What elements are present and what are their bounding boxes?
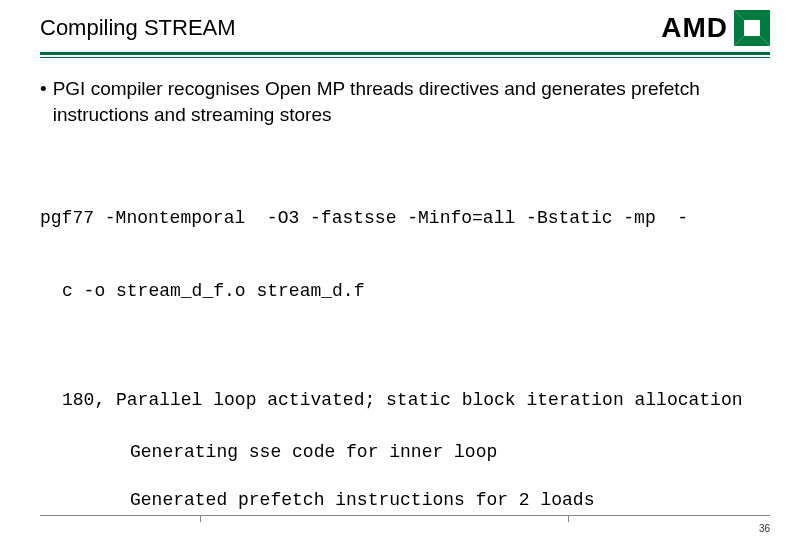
- code-line-1: pgf77 -Mnontemporal -O3 -fastsse -Minfo=…: [40, 206, 770, 230]
- amd-logo: AMD: [661, 10, 770, 46]
- compiler-output: 180, Parallel loop activated; static blo…: [40, 388, 770, 513]
- slide-header: Compiling STREAM AMD: [0, 0, 810, 52]
- amd-arrow-icon: [734, 10, 770, 46]
- code-line-2: c -o stream_d_f.o stream_d.f: [62, 279, 770, 303]
- footer-rule: [40, 515, 770, 516]
- slide: Compiling STREAM AMD • PGI compiler reco…: [0, 0, 810, 540]
- bullet-item: • PGI compiler recognises Open MP thread…: [40, 76, 770, 127]
- svg-rect-5: [744, 20, 760, 36]
- output-line-1: 180, Parallel loop activated; static blo…: [62, 388, 770, 412]
- output-line-3: Generated prefetch instructions for 2 lo…: [130, 488, 770, 512]
- footer-tick: [200, 516, 201, 522]
- footer-tick: [568, 516, 569, 522]
- amd-logo-text: AMD: [661, 12, 728, 44]
- page-number: 36: [759, 523, 770, 534]
- bullet-mark: •: [40, 76, 47, 127]
- bullet-text: PGI compiler recognises Open MP threads …: [53, 76, 770, 127]
- header-rule-thick: [40, 52, 770, 55]
- slide-title: Compiling STREAM: [40, 15, 236, 41]
- slide-content: • PGI compiler recognises Open MP thread…: [0, 58, 810, 513]
- compile-command: pgf77 -Mnontemporal -O3 -fastsse -Minfo=…: [40, 157, 770, 351]
- output-line-2: Generating sse code for inner loop: [130, 440, 770, 464]
